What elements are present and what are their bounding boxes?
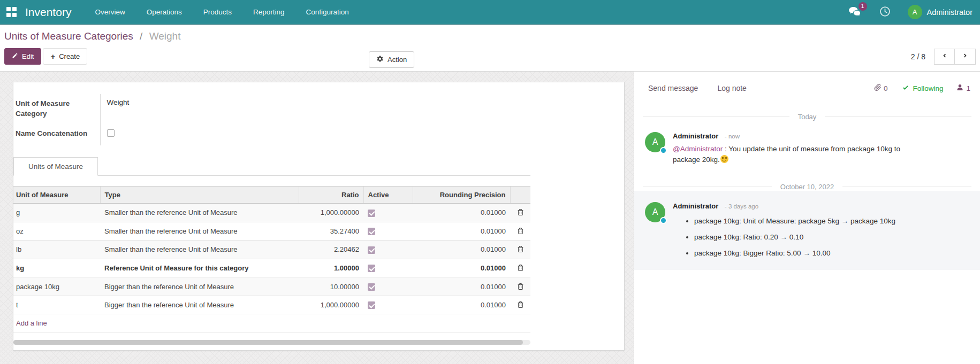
col-header-rounding[interactable]: Rounding Precision [413, 187, 510, 204]
pager-count[interactable]: 2 / 8 [911, 52, 925, 61]
message-time: - now [725, 133, 740, 140]
col-header-delete [510, 187, 530, 204]
message-time: - 3 days ago [725, 203, 758, 210]
table-row[interactable]: t Bigger than the reference Unit of Meas… [13, 296, 530, 314]
active-checkbox [368, 265, 375, 272]
delete-row-button[interactable] [517, 283, 524, 292]
user-avatar: A [908, 5, 922, 19]
horizontal-scrollbar[interactable] [13, 340, 530, 345]
date-divider: October 10, 2022 [643, 183, 971, 191]
online-status-dot [660, 217, 667, 224]
form-background: Unit of Measure Category Weight Name Con… [0, 72, 634, 364]
smiley-emoji [720, 155, 728, 163]
mention-link[interactable]: @Administrator [673, 145, 723, 153]
trash-icon [517, 246, 524, 254]
col-header-uom[interactable]: Unit of Measure [13, 187, 100, 204]
chevron-right-icon [962, 52, 968, 60]
activities-button[interactable] [879, 6, 891, 19]
table-row[interactable]: kg Reference Unit of Measure for this ca… [13, 259, 530, 277]
active-checkbox [368, 283, 375, 291]
user-menu[interactable]: A Administrator [908, 5, 973, 19]
scrollbar-thumb[interactable] [13, 340, 523, 345]
notebook-tabs: Units of Measure [13, 157, 530, 176]
messages-count-badge: 1 [859, 2, 867, 11]
chatter-panel: Send message Log note 0 Following 1 [634, 72, 980, 364]
uom-list-table: Unit of Measure Type Ratio Active Roundi… [13, 186, 530, 332]
nav-item-reporting[interactable]: Reporting [253, 8, 285, 16]
clock-icon [879, 6, 891, 19]
trash-icon [517, 284, 524, 292]
main-menu: Overview Operations Products Reporting C… [95, 8, 348, 16]
breadcrumb-current: Weight [149, 30, 181, 42]
nav-item-overview[interactable]: Overview [95, 8, 125, 16]
pager [934, 49, 976, 65]
name-concatenation-checkbox [107, 129, 115, 137]
chevron-left-icon [941, 52, 948, 60]
add-a-line-row: Add a line [13, 314, 530, 332]
col-header-type[interactable]: Type [100, 187, 299, 204]
pager-next-button[interactable] [955, 49, 976, 65]
following-button[interactable]: Following [902, 84, 943, 92]
delete-row-button[interactable] [517, 227, 524, 236]
log-note-button[interactable]: Log note [717, 84, 747, 92]
tracking-change-item: package 10kg: Ratio: 0.20 → 0.10 [694, 229, 970, 245]
tracking-change-item: package 10kg: Unit of Measure: package 5… [694, 213, 970, 229]
app-name-menu[interactable]: Inventory [25, 6, 71, 19]
paperclip-icon [874, 83, 882, 93]
table-header-row: Unit of Measure Type Ratio Active Roundi… [13, 187, 530, 204]
add-a-line-link[interactable]: Add a line [16, 319, 47, 327]
messages-button[interactable]: 1 [848, 6, 861, 18]
attachments-button[interactable]: 0 [874, 83, 888, 93]
uom-category-label: Unit of Measure Category [16, 94, 100, 124]
check-icon [902, 84, 909, 92]
field-group: Unit of Measure Category Weight Name Con… [16, 94, 239, 145]
uom-category-value: Weight [100, 94, 239, 124]
nav-item-configuration[interactable]: Configuration [306, 8, 349, 16]
action-button[interactable]: Action [369, 51, 414, 68]
control-panel: Units of Measure Categories / Weight Edi… [0, 25, 980, 72]
pencil-icon [12, 52, 18, 60]
tab-units-of-measure[interactable]: Units of Measure [13, 157, 98, 176]
online-status-dot [660, 147, 667, 154]
name-concatenation-label: Name Concatenation [16, 124, 100, 145]
trash-icon [517, 210, 524, 218]
active-checkbox [368, 301, 375, 309]
nav-item-operations[interactable]: Operations [147, 8, 182, 16]
message-author: Administrator [673, 132, 718, 140]
col-header-ratio[interactable]: Ratio [299, 187, 363, 204]
table-row[interactable]: package 10kg Bigger than the reference U… [13, 277, 530, 296]
table-row[interactable]: lb Smaller than the reference Unit of Me… [13, 241, 530, 259]
send-message-button[interactable]: Send message [648, 84, 698, 92]
trash-icon [517, 265, 524, 273]
delete-row-button[interactable] [517, 245, 524, 254]
active-checkbox [368, 228, 375, 235]
delete-row-button[interactable] [517, 301, 524, 310]
plus-icon: + [50, 52, 55, 60]
table-row[interactable]: g Smaller than the reference Unit of Mea… [13, 204, 530, 222]
followers-count: 1 [966, 84, 970, 92]
edit-button[interactable]: Edit [4, 48, 41, 65]
tracking-changes-list: package 10kg: Unit of Measure: package 5… [673, 213, 970, 261]
create-button[interactable]: + Create [43, 48, 87, 65]
col-header-active[interactable]: Active [363, 187, 413, 204]
trash-icon [517, 302, 524, 310]
user-name: Administrator [927, 8, 973, 17]
top-navbar: Inventory Overview Operations Products R… [0, 0, 980, 25]
apps-grid-icon[interactable] [6, 7, 17, 17]
delete-row-button[interactable] [517, 208, 524, 218]
breadcrumb-parent-link[interactable]: Units of Measure Categories [4, 30, 133, 42]
person-icon [956, 84, 963, 92]
message-text: @Administrator : You update the unit of … [673, 144, 911, 165]
nav-item-products[interactable]: Products [203, 8, 232, 16]
date-divider: Today [643, 113, 971, 121]
pager-previous-button[interactable] [934, 49, 955, 65]
table-row[interactable]: oz Smaller than the reference Unit of Me… [13, 222, 530, 241]
active-checkbox [368, 246, 375, 254]
attachments-count: 0 [884, 84, 888, 92]
followers-button[interactable]: 1 [956, 84, 970, 92]
chatter-message: A Administrator - now @Administrator : Y… [634, 121, 980, 168]
chatter-toolbar: Send message Log note 0 Following 1 [634, 72, 980, 98]
trash-icon [517, 228, 524, 236]
delete-row-button[interactable] [517, 264, 524, 273]
tracking-change-item: package 10kg: Bigger Ratio: 5.00 → 10.00 [694, 245, 970, 261]
